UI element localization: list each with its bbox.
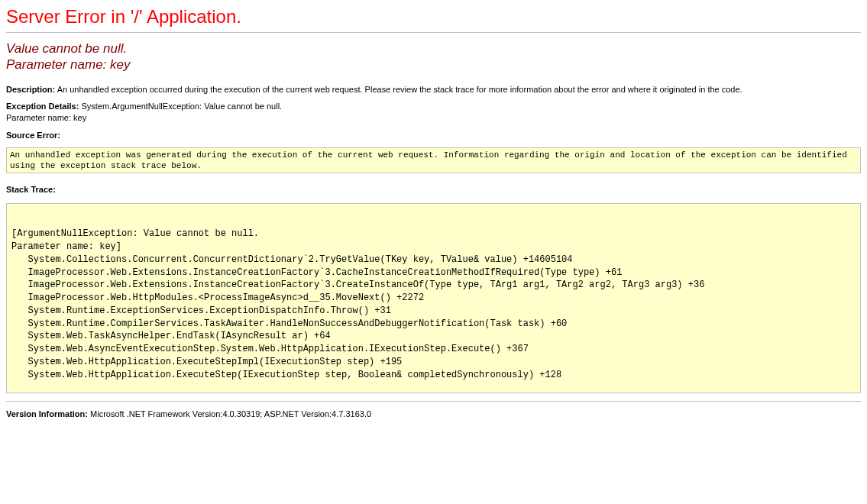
error-message: Value cannot be null. Parameter name: ke… xyxy=(6,40,861,73)
stack-trace-label: Stack Trace: xyxy=(6,185,56,194)
version-text: Microsoft .NET Framework Version:4.0.303… xyxy=(90,409,371,418)
version-section: Version Information: Microsoft .NET Fram… xyxy=(6,409,861,418)
exception-section: Exception Details: System.ArgumentNullEx… xyxy=(6,101,861,124)
description-section: Description: An unhandled exception occu… xyxy=(6,84,861,95)
stack-trace-section: Stack Trace: xyxy=(6,184,861,195)
source-error-section: Source Error: xyxy=(6,130,861,141)
description-label: Description: xyxy=(6,85,55,94)
description-text: An unhandled exception occurred during t… xyxy=(57,85,742,94)
source-error-box: An unhandled exception was generated dur… xyxy=(6,147,861,174)
source-error-label: Source Error: xyxy=(6,131,60,140)
exception-label: Exception Details: xyxy=(6,102,79,111)
stack-trace-box: [ArgumentNullException: Value cannot be … xyxy=(6,203,861,393)
divider-bottom xyxy=(6,401,861,402)
page-title: Server Error in '/' Application. xyxy=(6,6,861,27)
version-label: Version Information: xyxy=(6,409,88,418)
divider xyxy=(6,32,861,33)
